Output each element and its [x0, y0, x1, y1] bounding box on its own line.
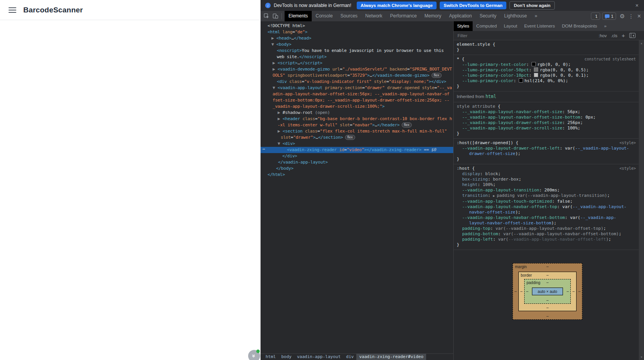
color-swatch[interactable] — [532, 62, 536, 66]
issues-badge[interactable]: 1 — [602, 12, 616, 20]
breadcrumb-vaadin-zxing-reader-video[interactable]: vaadin-zxing-reader#video — [356, 354, 426, 360]
dom-tree-line[interactable]: ▼ <body> — [261, 41, 453, 48]
dom-tree-line[interactable]: ▶ <script>…</script> — [261, 60, 453, 66]
dom-tree-line[interactable]: ▼ <div> — [261, 141, 453, 147]
dom-tree-line[interactable]: ▶ <vaadin-devmode-gizmo url="./vaadinSer… — [261, 66, 453, 72]
box-model-margin[interactable]: margin – – – – border – – – – padding – — [513, 263, 582, 320]
vaadin-devmode-gizmo-button[interactable]: » — [248, 350, 260, 360]
tab-network[interactable]: Network — [361, 11, 386, 21]
toggle-element-classes-button[interactable]: .cls — [611, 33, 618, 38]
tab-security[interactable]: Security — [476, 11, 500, 21]
tab-elements[interactable]: Elements — [285, 11, 312, 21]
dom-tree-line[interactable]: </div> — [261, 153, 453, 159]
css-property-line[interactable]: --vaadin-app-layout-navbar-offset-bottom… — [454, 215, 639, 226]
css-property-line[interactable]: --_vaadin-app-layout-navbar-offset-size-… — [454, 115, 639, 120]
flex-badge[interactable]: flex — [402, 122, 412, 127]
css-property-line[interactable]: --lumo-primary-color-10pct: rgba(0, 0, 0… — [454, 73, 639, 78]
box-model-border[interactable]: border – – – – padding – – – – auto × — [518, 272, 577, 311]
settings-gear-icon[interactable]: ⚙ — [620, 13, 625, 19]
device-toolbar-button[interactable] — [273, 13, 278, 19]
breadcrumb-vaadin-app-layout[interactable]: vaadin-app-layout — [294, 354, 344, 360]
css-rule-selector[interactable]: element.style { — [454, 42, 639, 47]
css-rule-selector[interactable]: * {constructed stylesheet — [454, 57, 639, 62]
box-model-diagram[interactable]: margin – – – – border – – – – padding – — [513, 263, 582, 320]
dock-sidebar-icon[interactable] — [629, 33, 635, 38]
css-property-line[interactable]: --_vaadin-app-layout-drawer-offset-size:… — [454, 120, 639, 126]
css-property-line[interactable]: --vaadin-app-layout-drawer-offset-left: … — [454, 146, 639, 157]
css-property-line[interactable]: --vaadin-app-layout-navbar-offset-top: v… — [454, 204, 639, 215]
notification-close-icon[interactable]: × — [635, 2, 639, 9]
css-property-line[interactable]: padding-bottom: var(--vaadin-app-layout-… — [454, 231, 639, 237]
css-property-line[interactable]: --lumo-primary-color-50pct: rgba(0, 0, 0… — [454, 67, 639, 73]
color-swatch[interactable] — [519, 78, 523, 83]
dom-tree-line[interactable]: adin-app-layout-navbar-offset-size:56px;… — [261, 91, 453, 97]
css-property-line[interactable]: padding-top: var(--vaadin-app-layout-nav… — [454, 226, 639, 231]
dom-tree-line[interactable]: ▶ <header class="bg-base border-b border… — [261, 116, 453, 122]
node-link[interactable]: html — [485, 94, 496, 99]
sidebar-tab-layout[interactable]: Layout — [500, 21, 521, 31]
stylesheet-origin-label[interactable]: <style> — [620, 166, 636, 171]
dom-tree-line[interactable]: </html> — [261, 172, 453, 178]
flex-badge[interactable]: flex — [432, 73, 442, 78]
dom-tree-line[interactable]: _vaadin-app-layout-drawer-scroll-size:10… — [261, 103, 453, 110]
new-style-rule-button[interactable]: + — [622, 32, 625, 39]
dom-tree-line-selected[interactable]: ⋯<vaadin-zxing-reader id="video"></vaadi… — [261, 147, 453, 153]
dom-tree-line[interactable]: <html lang="de"> — [261, 29, 453, 35]
breadcrumb-body[interactable]: body — [279, 354, 295, 360]
css-property-line[interactable]: --lumo-primary-text-color: rgb(0, 0, 0); — [454, 62, 639, 67]
css-property-line[interactable]: box-sizing: border-box; — [454, 177, 639, 182]
tab-performance[interactable]: Performance — [386, 11, 421, 21]
css-property-line[interactable]: --vaadin-app-layout-touch-optimized: fal… — [454, 199, 639, 204]
box-model-content[interactable]: auto × auto — [532, 288, 563, 295]
sidebar-tab-more[interactable]: » — [601, 21, 610, 31]
dom-tree-line[interactable]: </body> — [261, 165, 453, 172]
css-rule-selector[interactable]: :host {<style> — [454, 166, 639, 171]
match-chrome-language-button[interactable]: Always match Chrome's language — [357, 2, 437, 9]
sidebar-tab-event-listeners[interactable]: Event Listeners — [521, 21, 558, 31]
sidebar-tab-dom-breakpoints[interactable]: DOM Breakpoints — [558, 21, 601, 31]
dom-tree-line[interactable]: OOLS" springbootlivereloadport="35729">…… — [261, 72, 453, 79]
warnings-badge[interactable]: ! 1 — [591, 12, 600, 20]
stylesheet-origin-label[interactable]: <style> — [620, 140, 636, 146]
tab-sources[interactable]: Sources — [337, 11, 361, 21]
color-swatch[interactable] — [534, 67, 538, 72]
dom-tree-line[interactable]: ▼ <vaadin-app-layout primary-section="dr… — [261, 85, 453, 91]
dom-tree-line[interactable]: <noscript>You have to enable javascript … — [261, 48, 453, 54]
dom-tree-line[interactable]: ▶ <section class="flex flex-col items-st… — [261, 128, 453, 134]
css-property-line[interactable]: --_vaadin-app-layout-navbar-offset-size:… — [454, 109, 639, 115]
inspect-element-button[interactable] — [264, 13, 269, 19]
css-property-line[interactable]: height: 100%; — [454, 182, 639, 188]
tab-lighthouse[interactable]: Lighthouse — [500, 11, 531, 21]
more-options-kebab-icon[interactable]: ⋮ — [628, 14, 634, 19]
css-property-line[interactable]: --vaadin-app-layout-transition: 200ms; — [454, 188, 639, 193]
color-swatch[interactable] — [534, 73, 538, 77]
scroll-down-icon[interactable]: ▼ — [639, 356, 644, 358]
dom-tree-line[interactable]: <!DOCTYPE html> — [261, 23, 453, 29]
dom-tree-line[interactable]: </vaadin-app-layout> — [261, 159, 453, 165]
sidebar-tab-styles[interactable]: Styles — [454, 21, 473, 31]
breadcrumb-div[interactable]: div — [344, 354, 357, 360]
toggle-pseudo-state-button[interactable]: :hov — [599, 33, 607, 38]
switch-to-german-button[interactable]: Switch DevTools to German — [440, 2, 506, 9]
scroll-up-icon[interactable]: ▲ — [639, 42, 644, 45]
css-rule-selector[interactable]: style attribute { — [454, 104, 639, 109]
css-property-line[interactable]: display: block; — [454, 171, 639, 177]
sidebar-tab-computed[interactable]: Computed — [473, 21, 500, 31]
tab-application[interactable]: Application — [445, 11, 476, 21]
breadcrumb-html[interactable]: html — [263, 354, 279, 360]
dom-tree-line[interactable]: slot="drawer">…</section>flex — [261, 134, 453, 141]
styles-scrollbar[interactable]: ▲ ▼ — [639, 40, 644, 360]
stylesheet-origin-label[interactable]: constructed stylesheet — [585, 57, 636, 62]
tab-memory[interactable]: Memory — [421, 11, 445, 21]
css-property-line[interactable]: transition: ▶ padding var(--vaadin-app-l… — [454, 193, 639, 199]
flex-badge[interactable]: flex — [345, 135, 355, 140]
css-property-line[interactable]: padding-left: var(--vaadin-app-layout-na… — [454, 237, 639, 242]
node-menu-dots-icon[interactable]: ⋯ — [262, 146, 265, 152]
dom-tree-line[interactable]: fset-size-bottom:0px; --_vaadin-app-layo… — [261, 97, 453, 103]
menu-toggle-button[interactable] — [9, 6, 16, 14]
dom-tree-line[interactable]: <div class="v-loading-indicator first" s… — [261, 79, 453, 85]
styles-filter-input[interactable] — [454, 33, 547, 38]
dont-show-again-button[interactable]: Don't show again — [509, 1, 555, 10]
tab-console[interactable]: Console — [312, 11, 337, 21]
dom-tree-line[interactable]: ▶ #shadow-root (open) — [261, 110, 453, 116]
